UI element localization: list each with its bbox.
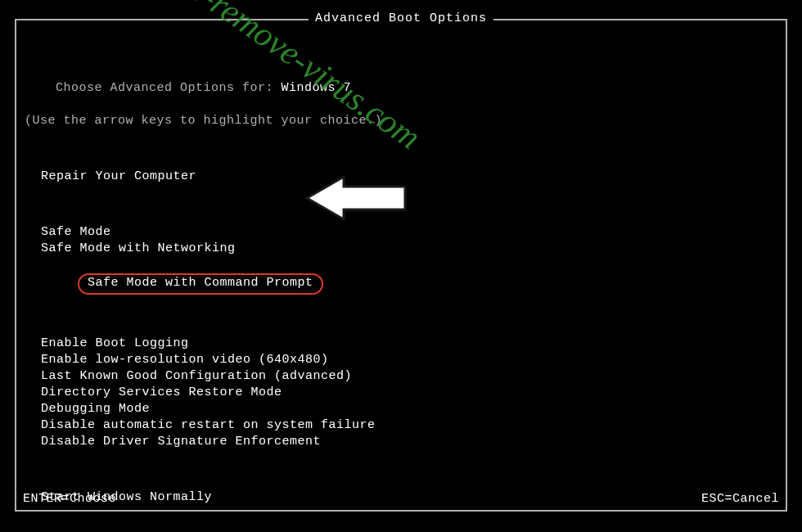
option-debugging[interactable]: Debugging Mode	[41, 401, 777, 417]
option-last-known[interactable]: Last Known Good Configuration (advanced)	[41, 368, 777, 385]
choose-line: Choose Advanced Options for: Windows 7	[25, 64, 777, 113]
highlighted-option: Safe Mode with Command Prompt	[78, 273, 323, 295]
option-safe-mode-net[interactable]: Safe Mode with Networking	[41, 241, 777, 257]
option-low-res[interactable]: Enable low-resolution video (640x480)	[41, 352, 777, 368]
option-ds-restore[interactable]: Directory Services Restore Mode	[41, 385, 777, 401]
footer-esc: ESC=Cancel	[701, 492, 779, 506]
option-disable-restart[interactable]: Disable automatic restart on system fail…	[41, 417, 777, 434]
footer-enter: ENTER=Choose	[23, 492, 116, 506]
instruction-line: (Use the arrow keys to highlight your ch…	[25, 113, 777, 129]
choose-prefix: Choose Advanced Options for:	[56, 81, 282, 95]
option-disable-driver-sig[interactable]: Disable Driver Signature Enforcement	[41, 434, 777, 450]
option-repair[interactable]: Repair Your Computer	[41, 169, 777, 185]
option-safe-mode-cmd[interactable]: Safe Mode with Command Prompt	[41, 257, 777, 311]
option-safe-mode[interactable]: Safe Mode	[41, 224, 777, 241]
page-title: Advanced Boot Options	[309, 11, 493, 25]
option-boot-logging[interactable]: Enable Boot Logging	[41, 336, 777, 352]
footer-bar: ENTER=Choose ESC=Cancel	[23, 492, 779, 506]
os-name: Windows 7	[282, 81, 352, 95]
content-area: Choose Advanced Options for: Windows 7 (…	[25, 64, 777, 532]
